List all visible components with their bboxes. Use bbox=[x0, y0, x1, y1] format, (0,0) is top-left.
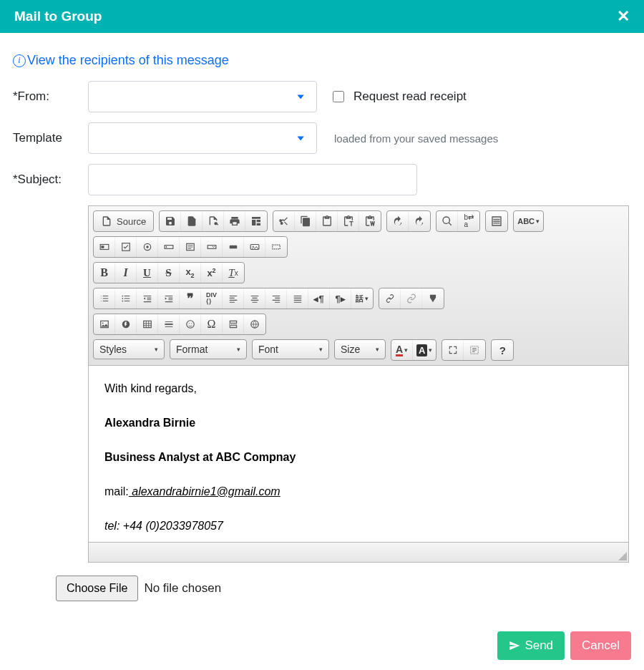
select-button[interactable] bbox=[201, 237, 223, 257]
size-dropdown[interactable]: Size▾ bbox=[334, 339, 386, 359]
imagebutton-button[interactable] bbox=[244, 237, 265, 257]
button-button[interactable] bbox=[223, 237, 244, 257]
svg-rect-8 bbox=[208, 246, 216, 249]
copy-button[interactable] bbox=[295, 211, 316, 231]
svg-point-22 bbox=[191, 323, 192, 324]
spellcheck-button[interactable]: ABC▾ bbox=[514, 211, 543, 231]
hiddenfield-button[interactable] bbox=[265, 237, 287, 257]
template-label: Template bbox=[13, 131, 88, 145]
select-all-button[interactable] bbox=[486, 211, 507, 231]
align-center-button[interactable] bbox=[244, 288, 265, 309]
undo-button[interactable] bbox=[387, 211, 409, 231]
strike-button[interactable]: S bbox=[158, 263, 180, 283]
ul-icon bbox=[121, 293, 131, 304]
font-dropdown[interactable]: Font▾ bbox=[252, 339, 329, 359]
checkbox-button[interactable] bbox=[115, 237, 137, 257]
blockquote-button[interactable]: ❞ bbox=[180, 288, 201, 309]
textarea-button[interactable] bbox=[180, 237, 201, 257]
hr-button[interactable] bbox=[158, 314, 180, 334]
anchor-button[interactable] bbox=[422, 288, 444, 309]
template-hint: loaded from your saved messages bbox=[334, 132, 498, 145]
format-dropdown[interactable]: Format▾ bbox=[170, 339, 247, 359]
styles-dropdown[interactable]: Styles▾ bbox=[93, 339, 165, 359]
align-left-button[interactable] bbox=[223, 288, 244, 309]
view-recipients-text: View the recipients of this message bbox=[27, 53, 229, 68]
svg-point-21 bbox=[188, 323, 189, 324]
link-button[interactable] bbox=[379, 288, 401, 309]
div-button[interactable]: DIV⟨⟩ bbox=[201, 288, 223, 309]
editor-toolbar: Source bbox=[89, 206, 628, 366]
table-icon bbox=[142, 319, 152, 329]
form-button[interactable] bbox=[94, 237, 115, 257]
numbered-list-button[interactable] bbox=[94, 288, 115, 309]
image-button[interactable] bbox=[94, 314, 115, 334]
unlink-button[interactable] bbox=[401, 288, 422, 309]
cancel-button[interactable]: Cancel bbox=[570, 631, 631, 660]
editor-body[interactable]: With kind regards, Alexandra Birnie Busi… bbox=[89, 366, 628, 542]
signature-mail-link[interactable]: alexandrabirnie1@gmail.com bbox=[129, 485, 280, 497]
svg-point-20 bbox=[186, 321, 194, 329]
align-justify-button[interactable] bbox=[287, 288, 308, 309]
svg-rect-19 bbox=[143, 321, 151, 327]
underline-button[interactable]: U bbox=[137, 263, 158, 283]
outdent-icon bbox=[142, 293, 152, 304]
flash-button[interactable] bbox=[115, 314, 137, 334]
preview-button[interactable] bbox=[203, 211, 224, 231]
smiley-button[interactable] bbox=[180, 314, 201, 334]
showblocks-button[interactable] bbox=[464, 340, 485, 360]
paste-button[interactable] bbox=[316, 211, 338, 231]
dialog-header: Mail to Group ✕ bbox=[0, 0, 644, 33]
save-button[interactable] bbox=[160, 211, 181, 231]
pagebreak-button[interactable] bbox=[223, 314, 244, 334]
specialchar-button[interactable]: Ω bbox=[201, 314, 223, 334]
resize-grip-icon[interactable] bbox=[618, 552, 627, 560]
textfield-button[interactable] bbox=[158, 237, 180, 257]
replace-button[interactable]: b⇄a bbox=[458, 211, 479, 231]
iframe-button[interactable] bbox=[244, 314, 265, 334]
flash-icon bbox=[121, 319, 131, 329]
new-page-button[interactable] bbox=[181, 211, 203, 231]
from-select[interactable]: ▼ bbox=[88, 81, 317, 112]
view-recipients-link[interactable]: i View the recipients of this message bbox=[13, 53, 631, 68]
hiddenfield-icon bbox=[271, 242, 281, 252]
spellcheck-icon: ABC bbox=[517, 217, 535, 225]
language-button[interactable]: 話▾ bbox=[351, 288, 373, 309]
send-button[interactable]: Send bbox=[497, 631, 565, 660]
outdent-button[interactable] bbox=[137, 288, 158, 309]
subject-label: *Subject: bbox=[13, 173, 88, 187]
rtl-button[interactable]: ¶▸ bbox=[330, 288, 351, 309]
subject-input[interactable] bbox=[88, 164, 417, 195]
choose-file-button[interactable]: Choose File bbox=[56, 576, 138, 601]
template-select[interactable]: ▼ bbox=[88, 122, 317, 154]
table-button[interactable] bbox=[137, 314, 158, 334]
print-button[interactable] bbox=[224, 211, 245, 231]
textcolor-button[interactable]: A▾ bbox=[391, 340, 413, 360]
radio-button[interactable] bbox=[137, 237, 158, 257]
subscript-button[interactable]: x2 bbox=[180, 263, 201, 283]
bgcolor-button[interactable]: A▾ bbox=[413, 340, 436, 360]
remove-format-button[interactable]: Tx bbox=[223, 263, 244, 283]
ltr-button[interactable]: ◂¶ bbox=[308, 288, 330, 309]
signature-title: Business Analyst at ABC Compnay bbox=[104, 449, 613, 466]
redo-button[interactable] bbox=[409, 211, 430, 231]
italic-icon: I bbox=[123, 266, 127, 279]
alignleft-icon bbox=[228, 293, 238, 304]
find-button[interactable] bbox=[436, 211, 458, 231]
superscript-button[interactable]: x2 bbox=[201, 263, 223, 283]
cut-button[interactable] bbox=[273, 211, 295, 231]
align-right-button[interactable] bbox=[265, 288, 287, 309]
about-button[interactable]: ? bbox=[492, 340, 513, 360]
link-icon bbox=[385, 293, 395, 304]
bold-button[interactable]: B bbox=[94, 263, 115, 283]
read-receipt-checkbox[interactable] bbox=[333, 91, 344, 102]
indent-icon bbox=[164, 293, 174, 304]
close-button[interactable]: ✕ bbox=[617, 9, 630, 24]
italic-button[interactable]: I bbox=[115, 263, 137, 283]
paste-text-button[interactable] bbox=[338, 211, 359, 231]
maximize-button[interactable] bbox=[442, 340, 464, 360]
source-button[interactable]: Source bbox=[94, 211, 153, 231]
bullet-list-button[interactable] bbox=[115, 288, 137, 309]
indent-button[interactable] bbox=[158, 288, 180, 309]
templates-button[interactable] bbox=[245, 211, 267, 231]
paste-word-button[interactable] bbox=[359, 211, 381, 231]
